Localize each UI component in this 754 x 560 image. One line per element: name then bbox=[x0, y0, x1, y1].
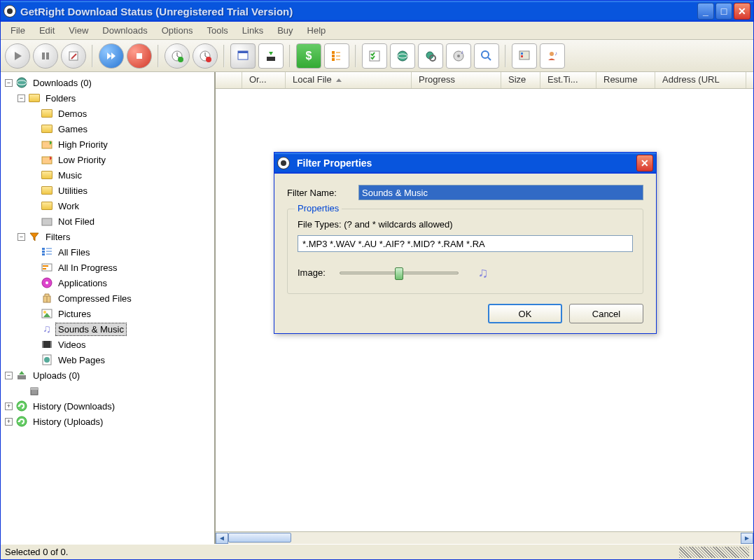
play-button[interactable] bbox=[5, 43, 30, 69]
tree-toggle[interactable]: − bbox=[5, 372, 13, 379]
cancel-button[interactable]: Cancel bbox=[569, 304, 643, 323]
folder-icon bbox=[41, 139, 53, 150]
filter-item-icon bbox=[41, 339, 53, 350]
tree-upload-child[interactable] bbox=[1, 383, 214, 398]
stop-button[interactable] bbox=[127, 43, 152, 69]
fast-forward-button[interactable] bbox=[99, 43, 124, 69]
image-slider[interactable] bbox=[340, 272, 459, 274]
tree-label: Music bbox=[56, 169, 84, 181]
tree-filters[interactable]: −Filters bbox=[1, 229, 214, 244]
browser-button[interactable] bbox=[390, 43, 415, 69]
user-button[interactable]: ♪ bbox=[540, 43, 565, 69]
schedule-off-button[interactable] bbox=[193, 43, 218, 69]
svg-marker-0 bbox=[15, 52, 22, 60]
column-header[interactable] bbox=[216, 72, 242, 88]
tree-label: Uploads (0) bbox=[31, 370, 82, 382]
folder-icon bbox=[41, 108, 53, 119]
checklist-button[interactable] bbox=[362, 43, 387, 69]
column-header[interactable]: Size bbox=[501, 72, 540, 88]
schedule-on-button[interactable] bbox=[165, 43, 190, 69]
window-title: GetRight Download Status (Unregistered T… bbox=[20, 6, 697, 18]
tree-label: High Priority bbox=[56, 139, 110, 150]
separator bbox=[355, 45, 356, 67]
menu-downloads[interactable]: Downloads bbox=[95, 23, 154, 38]
search-web-button[interactable] bbox=[418, 43, 443, 69]
download-all-button[interactable] bbox=[258, 43, 284, 69]
pause-button[interactable] bbox=[33, 43, 58, 69]
list-area[interactable]: Filter Properties ✕ Filter Name: Propert… bbox=[216, 89, 753, 531]
menu-tools[interactable]: Tools bbox=[200, 23, 235, 38]
column-header[interactable]: Local File bbox=[286, 72, 412, 88]
tree-label: Sounds & Music bbox=[56, 323, 126, 335]
close-button[interactable]: ✕ bbox=[734, 3, 750, 20]
tree-filter-item[interactable]: Compressed Files bbox=[1, 290, 214, 306]
tree-folder-item[interactable]: Demos bbox=[1, 106, 214, 121]
tree-folder-item[interactable]: High Priority bbox=[1, 136, 214, 152]
dialog-close-button[interactable]: ✕ bbox=[636, 155, 653, 172]
scroll-track[interactable] bbox=[228, 533, 741, 544]
tree-filter-item[interactable]: All Files bbox=[1, 244, 214, 260]
scroll-thumb[interactable] bbox=[228, 533, 291, 542]
tree-history-uploads[interactable]: +History (Uploads) bbox=[1, 414, 214, 429]
horizontal-scrollbar[interactable]: ◄ ► bbox=[216, 531, 753, 544]
tree-folder-item[interactable]: Utilities bbox=[1, 183, 214, 198]
tree-filter-item[interactable]: Applications bbox=[1, 275, 214, 290]
buy-button[interactable]: $ bbox=[296, 43, 321, 69]
menu-view[interactable]: View bbox=[62, 23, 95, 38]
tree-folder-item[interactable]: Music bbox=[1, 167, 214, 183]
tree-history-downloads[interactable]: +History (Downloads) bbox=[1, 398, 214, 414]
column-header[interactable]: Progress bbox=[412, 72, 501, 88]
sort-ascending-icon bbox=[336, 78, 342, 82]
tree-label: History (Downloads) bbox=[31, 400, 117, 412]
properties-button[interactable] bbox=[512, 43, 537, 69]
tree-panel[interactable]: −Downloads (0)−FoldersDemosGamesHigh Pri… bbox=[1, 72, 215, 544]
tree-folder-item[interactable]: Low Priority bbox=[1, 152, 214, 167]
tree-uploads[interactable]: −Uploads (0) bbox=[1, 368, 214, 383]
minimize-button[interactable]: _ bbox=[697, 3, 714, 20]
new-window-button[interactable] bbox=[230, 43, 256, 69]
menu-options[interactable]: Options bbox=[155, 23, 200, 38]
tree-filter-item[interactable]: Videos bbox=[1, 337, 214, 352]
tree-downloads[interactable]: −Downloads (0) bbox=[1, 75, 214, 90]
organize-button[interactable] bbox=[324, 43, 349, 69]
column-header[interactable]: Resume bbox=[596, 72, 655, 88]
menu-file[interactable]: File bbox=[4, 23, 32, 38]
tree-folder-item[interactable]: Games bbox=[1, 121, 214, 136]
edit-button[interactable] bbox=[61, 43, 86, 69]
tree-toggle[interactable]: − bbox=[18, 94, 25, 102]
maximize-button[interactable]: □ bbox=[715, 3, 732, 20]
tree-filter-item[interactable]: Web Pages bbox=[1, 352, 214, 368]
tree-folders[interactable]: −Folders bbox=[1, 90, 214, 106]
column-header[interactable]: Or... bbox=[242, 72, 286, 88]
tree-filter-item[interactable]: Pictures bbox=[1, 306, 214, 321]
status-grip bbox=[679, 547, 749, 558]
menu-buy[interactable]: Buy bbox=[270, 23, 300, 38]
column-header[interactable]: Est.Ti... bbox=[540, 72, 596, 88]
menu-edit[interactable]: Edit bbox=[32, 23, 62, 38]
status-text: Selected 0 of 0. bbox=[5, 547, 68, 557]
file-types-input[interactable] bbox=[298, 235, 633, 252]
tree-filter-item[interactable]: ♫Sounds & Music bbox=[1, 321, 214, 337]
menu-help[interactable]: Help bbox=[300, 23, 333, 38]
column-headers: Or...Local FileProgressSizeEst.Ti...Resu… bbox=[216, 72, 753, 89]
scroll-right-button[interactable]: ► bbox=[741, 533, 753, 544]
menu-links[interactable]: Links bbox=[235, 23, 270, 38]
tree-folder-item[interactable]: Work bbox=[1, 198, 214, 214]
column-header[interactable]: Address (URL bbox=[655, 72, 746, 88]
ok-button[interactable]: OK bbox=[488, 304, 562, 323]
tree-toggle[interactable]: + bbox=[5, 418, 13, 426]
tree-folder-item[interactable]: Not Filed bbox=[1, 214, 214, 229]
cd-music-button[interactable]: ♪ bbox=[446, 43, 471, 69]
svg-rect-55 bbox=[18, 375, 26, 379]
tree-toggle[interactable]: − bbox=[18, 233, 25, 241]
search-button[interactable] bbox=[474, 43, 499, 69]
slider-thumb[interactable] bbox=[395, 267, 403, 280]
tree-toggle[interactable]: + bbox=[5, 402, 13, 410]
scroll-left-button[interactable]: ◄ bbox=[216, 533, 228, 544]
server-icon bbox=[28, 385, 41, 396]
tree-toggle[interactable]: − bbox=[5, 79, 13, 87]
filter-name-input[interactable] bbox=[358, 185, 643, 200]
app-icon bbox=[4, 5, 16, 18]
tree-filter-item[interactable]: All In Progress bbox=[1, 260, 214, 275]
svg-rect-16 bbox=[332, 58, 335, 61]
